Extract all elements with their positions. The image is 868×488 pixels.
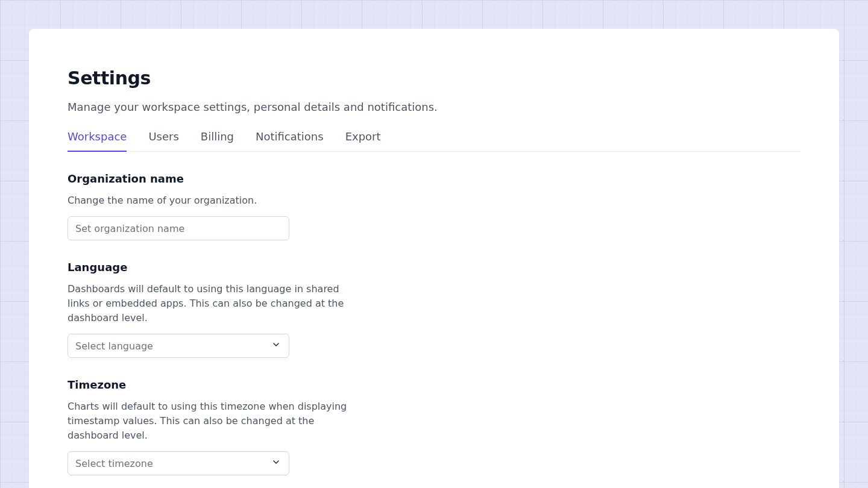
- org-description: Change the name of your organization.: [68, 193, 351, 208]
- timezone-title: Timezone: [68, 378, 351, 391]
- tab-export[interactable]: Export: [345, 130, 381, 151]
- section-organization-name: Organization name Change the name of you…: [68, 172, 351, 240]
- org-title: Organization name: [68, 172, 351, 185]
- timezone-select[interactable]: Select timezone: [68, 451, 289, 475]
- timezone-description: Charts will default to using this timezo…: [68, 399, 351, 443]
- section-language: Language Dashboards will default to usin…: [68, 261, 351, 358]
- page-subtitle: Manage your workspace settings, personal…: [68, 101, 800, 113]
- page-title: Settings: [68, 67, 800, 89]
- section-timezone: Timezone Charts will default to using th…: [68, 378, 351, 475]
- tab-workspace[interactable]: Workspace: [68, 130, 127, 151]
- language-select[interactable]: Select language: [68, 334, 289, 358]
- language-description: Dashboards will default to using this la…: [68, 282, 351, 325]
- tab-notifications[interactable]: Notifications: [256, 130, 324, 151]
- tabs: Workspace Users Billing Notifications Ex…: [68, 130, 800, 152]
- tab-users[interactable]: Users: [148, 130, 178, 151]
- timezone-select-wrap: Select timezone: [68, 451, 289, 475]
- language-title: Language: [68, 261, 351, 274]
- language-select-wrap: Select language: [68, 334, 289, 358]
- tab-billing[interactable]: Billing: [201, 130, 234, 151]
- settings-card: Settings Manage your workspace settings,…: [29, 29, 839, 488]
- organization-name-input[interactable]: [68, 216, 289, 240]
